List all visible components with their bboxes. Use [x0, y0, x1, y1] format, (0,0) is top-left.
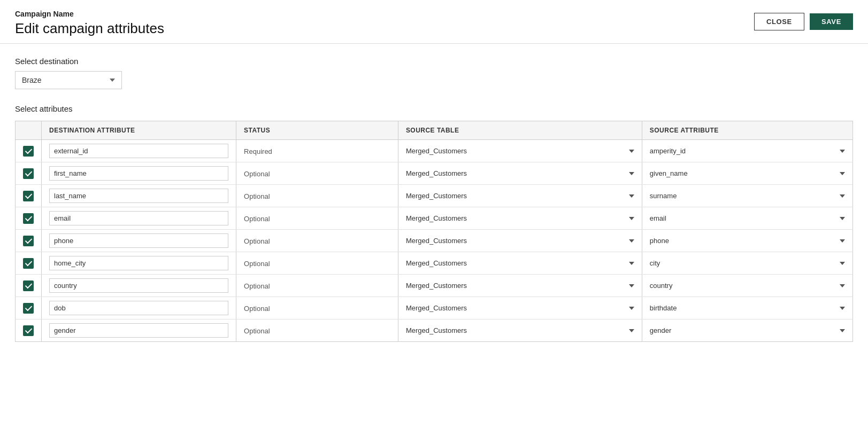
- source-table-chevron-icon[interactable]: [629, 172, 634, 175]
- dest-attr-input[interactable]: [49, 278, 228, 293]
- source-table-chevron-icon[interactable]: [629, 307, 634, 310]
- row-checkbox-cell: [16, 230, 42, 252]
- status-cell: Optional: [236, 185, 398, 207]
- source-table-cell: Merged_Customers: [398, 162, 642, 185]
- source-table-chevron-icon[interactable]: [629, 239, 634, 243]
- status-text: Optional: [244, 282, 270, 290]
- col-header-source-attr: SOURCE ATTRIBUTE: [642, 121, 852, 140]
- checkbox-checked[interactable]: [23, 236, 34, 246]
- source-attr-chevron-icon[interactable]: [840, 329, 845, 332]
- source-table-chevron-icon[interactable]: [629, 284, 634, 287]
- status-text: Optional: [244, 170, 270, 178]
- source-attr-cell: gender: [642, 319, 852, 342]
- checkbox-checked[interactable]: [23, 303, 34, 314]
- destination-label: Select destination: [15, 57, 853, 66]
- dest-attr-input[interactable]: [49, 233, 228, 248]
- source-attr-chevron-icon[interactable]: [840, 194, 845, 198]
- table-row: OptionalMerged_Customersgiven_name: [16, 162, 853, 185]
- checkbox-checked[interactable]: [23, 280, 34, 291]
- row-checkbox-cell: [16, 207, 42, 230]
- table-row: OptionalMerged_Customersgender: [16, 319, 853, 342]
- source-table-value: Merged_Customers: [406, 237, 467, 245]
- save-button[interactable]: SAVE: [810, 13, 853, 30]
- source-attr-chevron-icon[interactable]: [840, 217, 845, 220]
- table-row: OptionalMerged_Customerscity: [16, 252, 853, 275]
- dest-attr-cell: [42, 252, 236, 275]
- source-attr-value: amperity_id: [650, 147, 686, 155]
- source-table-value: Merged_Customers: [406, 169, 467, 177]
- status-cell: Optional: [236, 162, 398, 185]
- table-header-row: DESTINATION ATTRIBUTE STATUS SOURCE TABL…: [16, 121, 853, 140]
- source-attr-value: surname: [650, 192, 677, 200]
- source-table-chevron-icon[interactable]: [629, 329, 634, 332]
- col-header-status: STATUS: [236, 121, 398, 140]
- source-table-chevron-icon[interactable]: [629, 217, 634, 220]
- source-table-value: Merged_Customers: [406, 214, 467, 222]
- checkbox-checked[interactable]: [23, 258, 34, 269]
- source-table-cell: Merged_Customers: [398, 275, 642, 297]
- dest-attr-input[interactable]: [49, 211, 228, 225]
- source-table-value: Merged_Customers: [406, 326, 467, 334]
- status-cell: Optional: [236, 230, 398, 252]
- status-text: Optional: [244, 327, 270, 335]
- close-button[interactable]: CLOSE: [754, 13, 804, 30]
- col-header-dest-attr: DESTINATION ATTRIBUTE: [42, 121, 236, 140]
- checkbox-checked[interactable]: [23, 168, 34, 179]
- destination-select[interactable]: BrazeSalesforceHubSpot: [15, 71, 122, 89]
- dest-attr-cell: [42, 140, 236, 162]
- source-attr-value: email: [650, 214, 666, 222]
- status-cell: Optional: [236, 252, 398, 275]
- source-table-chevron-icon[interactable]: [629, 150, 634, 153]
- main-content: Select destination BrazeSalesforceHubSpo…: [0, 44, 868, 355]
- source-table-cell: Merged_Customers: [398, 185, 642, 207]
- source-attr-cell: birthdate: [642, 297, 852, 319]
- status-text: Optional: [244, 192, 270, 200]
- source-attr-chevron-icon[interactable]: [840, 262, 845, 265]
- dest-attr-cell: [42, 185, 236, 207]
- status-text: Optional: [244, 260, 270, 268]
- source-attr-cell: phone: [642, 230, 852, 252]
- source-table-chevron-icon[interactable]: [629, 194, 634, 198]
- source-attr-cell: city: [642, 252, 852, 275]
- row-checkbox-cell: [16, 319, 42, 342]
- source-attr-chevron-icon[interactable]: [840, 172, 845, 175]
- source-attr-value: gender: [650, 326, 671, 334]
- source-attr-chevron-icon[interactable]: [840, 307, 845, 310]
- header-right: CLOSE SAVE: [754, 13, 853, 30]
- source-table-chevron-icon[interactable]: [629, 262, 634, 265]
- table-row: OptionalMerged_Customersemail: [16, 207, 853, 230]
- row-checkbox-cell: [16, 162, 42, 185]
- page-title: Edit campaign attributes: [15, 20, 164, 37]
- dest-attr-input[interactable]: [49, 301, 228, 315]
- dest-attr-input[interactable]: [49, 189, 228, 203]
- table-row: OptionalMerged_Customersphone: [16, 230, 853, 252]
- col-header-checkbox: [16, 121, 42, 140]
- source-table-cell: Merged_Customers: [398, 140, 642, 162]
- status-text: Required: [244, 147, 272, 155]
- dest-attr-input[interactable]: [49, 144, 228, 158]
- dest-attr-input[interactable]: [49, 256, 228, 270]
- source-attr-value: birthdate: [650, 304, 677, 312]
- campaign-name: Campaign Name: [15, 10, 164, 18]
- checkbox-checked[interactable]: [23, 213, 34, 224]
- row-checkbox-cell: [16, 297, 42, 319]
- status-cell: Optional: [236, 207, 398, 230]
- source-table-value: Merged_Customers: [406, 192, 467, 200]
- source-attr-chevron-icon[interactable]: [840, 239, 845, 243]
- status-text: Optional: [244, 305, 270, 313]
- table-row: OptionalMerged_Customersbirthdate: [16, 297, 853, 319]
- page-header: Campaign Name Edit campaign attributes C…: [0, 0, 868, 44]
- source-table-value: Merged_Customers: [406, 304, 467, 312]
- checkbox-checked[interactable]: [23, 146, 34, 157]
- source-attr-cell: surname: [642, 185, 852, 207]
- source-attr-value: given_name: [650, 169, 688, 177]
- source-attr-chevron-icon[interactable]: [840, 284, 845, 287]
- dest-attr-input[interactable]: [49, 166, 228, 181]
- checkbox-checked[interactable]: [23, 191, 34, 201]
- source-attr-value: phone: [650, 237, 669, 245]
- checkbox-checked[interactable]: [23, 325, 34, 336]
- source-attr-cell: email: [642, 207, 852, 230]
- attributes-table: DESTINATION ATTRIBUTE STATUS SOURCE TABL…: [15, 121, 853, 342]
- source-attr-chevron-icon[interactable]: [840, 150, 845, 153]
- dest-attr-input[interactable]: [49, 323, 228, 338]
